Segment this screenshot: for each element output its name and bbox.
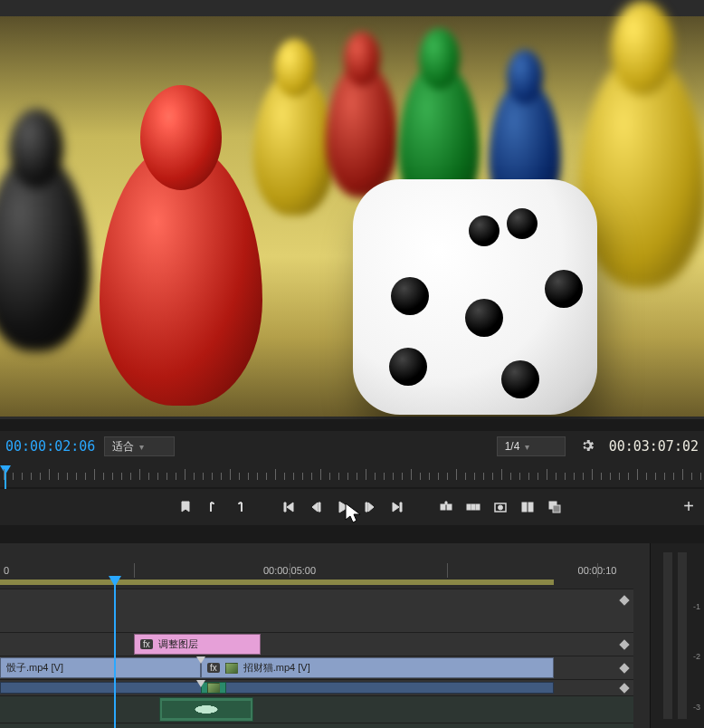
keyframe-diamond-icon[interactable] bbox=[619, 663, 629, 673]
svg-rect-7 bbox=[522, 503, 527, 512]
fx-badge: fx bbox=[207, 663, 220, 673]
monitor-scrub-ruler[interactable] bbox=[0, 462, 704, 487]
playback-resolution-dropdown[interactable]: 1/4 ▾ bbox=[497, 436, 566, 456]
button-editor-add-button[interactable]: + bbox=[677, 494, 700, 518]
work-area-bar[interactable] bbox=[0, 580, 554, 585]
clip-thumbnail-icon bbox=[207, 683, 220, 694]
edit-point-icon[interactable] bbox=[196, 680, 205, 687]
duration-timecode: 00:03:07:02 bbox=[609, 438, 699, 455]
lift-button[interactable] bbox=[433, 493, 460, 521]
svg-rect-8 bbox=[528, 503, 533, 512]
monitor-playhead-icon[interactable] bbox=[0, 465, 11, 474]
go-to-out-button[interactable] bbox=[384, 493, 411, 521]
comparison-view-button[interactable] bbox=[514, 493, 541, 521]
timeline-playhead-icon[interactable] bbox=[109, 576, 121, 587]
export-frame-button[interactable] bbox=[487, 493, 514, 521]
clip-audio[interactable] bbox=[159, 697, 253, 722]
svg-point-6 bbox=[499, 505, 503, 510]
add-marker-button[interactable] bbox=[172, 493, 199, 521]
settings-icon[interactable] bbox=[580, 438, 595, 455]
program-monitor bbox=[0, 0, 704, 419]
step-back-button[interactable] bbox=[302, 493, 329, 521]
monitor-frame bbox=[0, 16, 704, 417]
mark-out-button[interactable] bbox=[226, 493, 253, 521]
track-v2[interactable]: fx 调整图层 bbox=[0, 632, 633, 656]
clip-video-dice[interactable]: 骰子.mp4 [V] bbox=[0, 657, 201, 678]
keyframe-diamond-icon[interactable] bbox=[619, 639, 629, 649]
svg-rect-3 bbox=[471, 504, 475, 510]
track-v0[interactable] bbox=[0, 679, 633, 695]
extract-button[interactable] bbox=[460, 493, 487, 521]
toggle-proxies-button[interactable] bbox=[541, 493, 568, 521]
transport-controls bbox=[0, 489, 704, 525]
clip-video-cat[interactable]: fx 招财猫.mp4 [V] bbox=[201, 657, 554, 678]
meter-channel bbox=[663, 552, 672, 719]
step-forward-button[interactable] bbox=[357, 493, 384, 521]
die bbox=[353, 179, 597, 415]
clip-label: 骰子.mp4 [V] bbox=[6, 661, 63, 675]
edit-point-icon[interactable] bbox=[196, 656, 205, 664]
play-button[interactable] bbox=[329, 493, 357, 521]
go-to-in-button[interactable] bbox=[275, 493, 302, 521]
meter-channel bbox=[678, 552, 687, 719]
zoom-fit-label: 适合 bbox=[112, 439, 134, 455]
chevron-down-icon: ▾ bbox=[525, 442, 529, 452]
clip-video-base[interactable] bbox=[0, 682, 554, 694]
game-piece bbox=[326, 62, 398, 197]
svg-rect-4 bbox=[476, 504, 480, 510]
meter-scale: -1 -2 -3 bbox=[688, 552, 700, 719]
track-v1[interactable]: 骰子.mp4 [V] fx 招财猫.mp4 [V] bbox=[0, 656, 633, 679]
mark-in-button[interactable] bbox=[199, 493, 226, 521]
timeline-panel: 0 00:00:05:00 00:00:10 fx 调整图层 骰子.mp4 [V… bbox=[0, 543, 704, 728]
meter-scale-label: -3 bbox=[693, 703, 700, 712]
zoom-fit-dropdown[interactable]: 适合 ▾ bbox=[104, 436, 175, 456]
keyframe-diamond-icon[interactable] bbox=[619, 683, 629, 693]
clip-thumbnail-icon bbox=[225, 663, 238, 674]
audio-waveform-icon bbox=[162, 701, 251, 718]
fx-badge: fx bbox=[140, 639, 153, 649]
svg-rect-2 bbox=[467, 504, 471, 510]
keyframe-diamond-icon[interactable] bbox=[619, 595, 629, 605]
track-v3[interactable] bbox=[0, 589, 633, 632]
clip-label: 招财猫.mp4 [V] bbox=[243, 661, 310, 675]
track-a2[interactable] bbox=[0, 723, 633, 728]
current-timecode[interactable]: 00:00:02:06 bbox=[5, 438, 95, 455]
chevron-down-icon: ▾ bbox=[139, 442, 144, 452]
svg-rect-1 bbox=[447, 504, 452, 510]
game-piece bbox=[0, 152, 90, 351]
clip-adjustment-layer[interactable]: fx 调整图层 bbox=[134, 634, 261, 655]
game-piece bbox=[579, 53, 704, 288]
meter-scale-label: -1 bbox=[693, 602, 700, 611]
audio-meter: -1 -2 -3 bbox=[650, 543, 704, 728]
game-piece bbox=[100, 143, 262, 406]
playback-resolution-label: 1/4 bbox=[505, 440, 520, 453]
clip-label: 调整图层 bbox=[158, 637, 198, 651]
track-a1[interactable] bbox=[0, 695, 633, 723]
ruler-label: 0 bbox=[4, 565, 9, 576]
timeline-tracks: fx 调整图层 骰子.mp4 [V] fx 招财猫.mp4 [V] bbox=[0, 589, 633, 728]
timeline-ruler[interactable]: 0 00:00:05:00 00:00:10 bbox=[0, 543, 633, 580]
meter-scale-label: -2 bbox=[693, 652, 700, 661]
monitor-info-bar: 00:00:02:06 适合 ▾ 1/4 ▾ 00:03:07:02 bbox=[0, 431, 704, 462]
svg-rect-10 bbox=[553, 505, 560, 512]
game-piece bbox=[253, 71, 335, 216]
svg-rect-0 bbox=[441, 504, 445, 510]
